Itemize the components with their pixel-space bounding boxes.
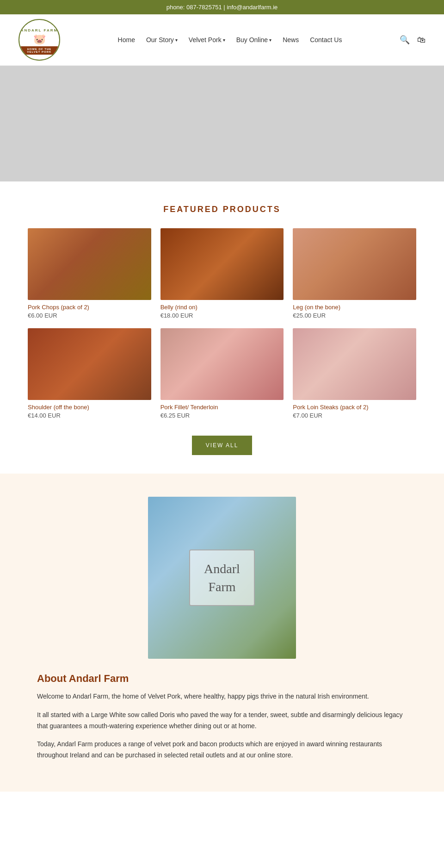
- product-name: Pork Loin Steaks (pack of 2): [293, 404, 416, 411]
- chevron-down-icon: ▾: [223, 37, 225, 43]
- nav-our-story[interactable]: Our Story ▾: [146, 36, 178, 44]
- chevron-down-icon: ▾: [269, 37, 271, 43]
- top-bar: phone: 087-7825751 | info@andarlfarm.ie: [0, 0, 444, 14]
- about-para-1: Welcome to Andarl Farm, the home of Velv…: [37, 691, 407, 702]
- cart-icon[interactable]: 🛍: [417, 35, 426, 45]
- product-price: €18.00 EUR: [160, 312, 284, 319]
- product-image: [293, 228, 416, 300]
- product-image: [160, 228, 284, 300]
- main-nav: Home Our Story ▾ Velvet Pork ▾ Buy Onlin…: [118, 36, 342, 44]
- product-image: [160, 328, 284, 400]
- about-para-3: Today, Andarl Farm produces a range of v…: [37, 739, 407, 761]
- about-para-2: It all started with a Large White sow ca…: [37, 710, 407, 732]
- product-price: €6.25 EUR: [160, 412, 284, 419]
- product-card[interactable]: Shoulder (off the bone)€14.00 EUR: [28, 328, 151, 419]
- product-image: [28, 328, 151, 400]
- product-price: €7.00 EUR: [293, 412, 416, 419]
- product-card[interactable]: Pork Loin Steaks (pack of 2)€7.00 EUR: [293, 328, 416, 419]
- product-price: €25.00 EUR: [293, 312, 416, 319]
- product-image: [28, 228, 151, 300]
- about-title: About Andarl Farm: [37, 673, 407, 685]
- product-price: €14.00 EUR: [28, 412, 151, 419]
- product-name: Pork Chops (pack of 2): [28, 304, 151, 311]
- product-card[interactable]: Belly (rind on)€18.00 EUR: [160, 228, 284, 319]
- view-all-wrap: VIEW ALL: [28, 436, 416, 455]
- header: ANDARL FARM 🐷 HOME OF THE VELVET PORK Ho…: [0, 14, 444, 66]
- featured-title: FEATURED PRODUCTS: [28, 205, 416, 214]
- product-card[interactable]: Pork Fillet/ Tenderloin€6.25 EUR: [160, 328, 284, 419]
- header-icons: 🔍 🛍: [400, 35, 426, 45]
- product-card[interactable]: Pork Chops (pack of 2)€6.00 EUR: [28, 228, 151, 319]
- pig-icon: 🐷: [33, 33, 46, 45]
- product-name: Belly (rind on): [160, 304, 284, 311]
- product-image: [293, 328, 416, 400]
- featured-section: FEATURED PRODUCTS Pork Chops (pack of 2)…: [0, 181, 444, 474]
- product-card[interactable]: Leg (on the bone)€25.00 EUR: [293, 228, 416, 319]
- nav-contact-us[interactable]: Contact Us: [310, 36, 342, 44]
- logo-banner-text: HOME OF THE VELVET PORK: [19, 46, 59, 55]
- nav-home[interactable]: Home: [118, 36, 135, 44]
- search-icon[interactable]: 🔍: [400, 35, 410, 45]
- logo-top-text: ANDARL FARM: [21, 28, 58, 32]
- product-price: €6.00 EUR: [28, 312, 151, 319]
- logo[interactable]: ANDARL FARM 🐷 HOME OF THE VELVET PORK: [18, 19, 60, 61]
- nav-buy-online[interactable]: Buy Online ▾: [236, 36, 271, 44]
- view-all-button[interactable]: VIEW ALL: [192, 436, 253, 455]
- nav-velvet-pork[interactable]: Velvet Pork ▾: [189, 36, 225, 44]
- farm-image: AndarlFarm: [148, 497, 296, 659]
- nav-news[interactable]: News: [283, 36, 299, 44]
- about-content: About Andarl Farm Welcome to Andarl Farm…: [37, 673, 407, 768]
- product-name: Pork Fillet/ Tenderloin: [160, 404, 284, 411]
- chevron-down-icon: ▾: [175, 37, 178, 43]
- product-name: Leg (on the bone): [293, 304, 416, 311]
- hero-banner: [0, 66, 444, 181]
- product-name: Shoulder (off the bone): [28, 404, 151, 411]
- logo-circle: ANDARL FARM 🐷 HOME OF THE VELVET PORK: [18, 19, 60, 61]
- contact-info: phone: 087-7825751 | info@andarlfarm.ie: [166, 4, 278, 11]
- products-grid: Pork Chops (pack of 2)€6.00 EURBelly (ri…: [28, 228, 416, 419]
- about-section: AndarlFarm About Andarl Farm Welcome to …: [0, 474, 444, 792]
